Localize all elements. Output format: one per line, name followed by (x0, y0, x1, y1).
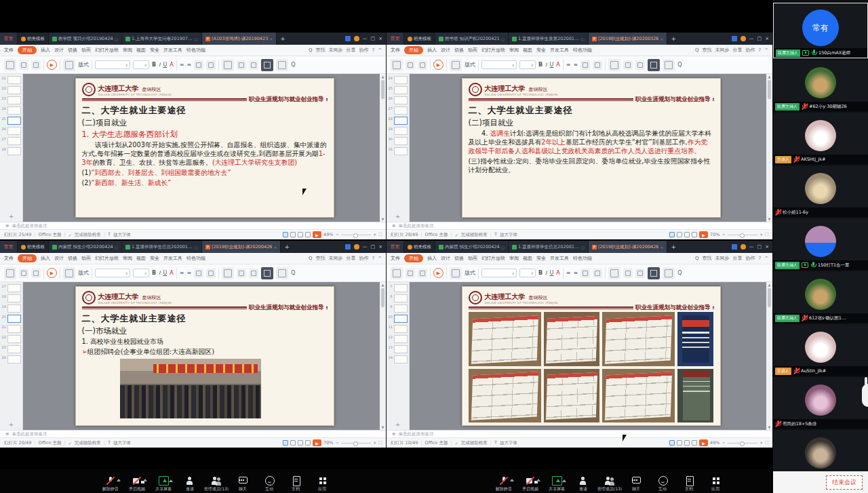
paste-button[interactable] (391, 59, 403, 71)
insert-picture-button[interactable] (608, 267, 620, 279)
file-menu[interactable]: 文件 (4, 47, 14, 54)
fit-slide-icon[interactable]: ⛶ (765, 232, 768, 237)
ribbon-tab[interactable]: 设计 (54, 47, 64, 54)
insert-shape-button[interactable] (237, 269, 246, 278)
italic-button[interactable]: I (545, 62, 547, 68)
tab-document-2[interactable]: 1.直播班级学生信息20200101○ (509, 241, 589, 253)
play-from-current-button[interactable]: ▶ (47, 268, 57, 278)
ribbon-tab[interactable]: 插入 (41, 255, 50, 262)
accessibility-check[interactable]: 完成辅助检查 (461, 232, 488, 238)
ribbon-tab[interactable]: 动画 (81, 255, 91, 262)
zoom-slider[interactable] (728, 235, 757, 235)
meeting-toolbar-button[interactable]: 邀请 (180, 476, 200, 492)
slide-thumbnail[interactable]: 26 (389, 96, 408, 104)
font-family-select[interactable]: ∨ (95, 269, 130, 277)
share-button[interactable]: 分享 (346, 47, 355, 54)
participant-video-tile[interactable]: 有尚的18+5条排 (773, 377, 868, 429)
align-left-button[interactable]: ≡ (180, 62, 184, 68)
new-tab-button[interactable]: + (667, 241, 679, 253)
zoom-out-icon[interactable]: − (336, 232, 339, 237)
meeting-toolbar-button[interactable]: 文档 (285, 476, 306, 492)
slide-sorter-icon[interactable] (290, 232, 296, 237)
layout-dropdown[interactable]: 版式 (78, 61, 89, 68)
zoom-level[interactable]: 70% (710, 232, 719, 237)
underline-button[interactable]: U (549, 270, 553, 276)
maximize-button[interactable]: □ (757, 36, 762, 41)
slide-thumbnail[interactable]: 22 (2, 86, 21, 94)
normal-view-icon[interactable] (669, 440, 675, 446)
slide-thumbnail[interactable]: 18 (2, 294, 21, 302)
ribbon-tab[interactable]: 视图 (523, 255, 532, 262)
italic-button[interactable]: I (159, 62, 160, 68)
new-slide-button[interactable] (450, 59, 462, 71)
ribbon-tab[interactable]: 设计 (441, 47, 450, 54)
minimize-button[interactable]: — (749, 244, 754, 250)
meeting-toolbar-button[interactable]: 共享屏幕 (153, 476, 174, 492)
slideshow-view-icon[interactable] (305, 232, 311, 237)
font-size-select[interactable]: ∨ (133, 60, 149, 69)
insert-shape-button[interactable] (237, 60, 246, 70)
find-button[interactable]: Q (291, 62, 295, 68)
zoom-in-icon[interactable]: + (373, 232, 376, 237)
meeting-toolbar-button[interactable]: 解除静音 (100, 476, 121, 492)
slide-thumbnail[interactable]: 23 (2, 345, 21, 353)
enlarge-font-label[interactable]: 放大字体 (113, 440, 131, 446)
account-avatar[interactable] (354, 36, 359, 41)
tab-pin-icon[interactable]: ○ (195, 245, 198, 250)
comment-button[interactable] (276, 59, 288, 71)
ribbon-tab[interactable]: 设计 (441, 255, 450, 262)
accessibility-check[interactable]: 完成辅助检查 (461, 440, 488, 446)
tab-pin-icon[interactable]: ○ (501, 37, 505, 41)
slide-thumbnail[interactable]: 8 (389, 294, 408, 302)
tab-document-1[interactable]: 内蒙院 招生介绍20200424○ (435, 241, 509, 253)
scrollbar-thumb[interactable] (768, 288, 771, 307)
tab-docer-store[interactable]: 稻壳模板 (404, 241, 435, 253)
underline-button[interactable]: U (163, 270, 167, 276)
tab-document-2[interactable]: 1.直播班级学生信息20200101○ (122, 241, 202, 253)
scroll-down-icon[interactable]: ▼ (768, 217, 771, 221)
collapse-ribbon-icon[interactable]: ^ (764, 47, 768, 53)
tab-document-active[interactable]: P[2019职业规划]-课20200326× (589, 33, 668, 45)
meeting-toolbar-button[interactable]: 共享屏幕 (547, 476, 567, 492)
insert-textbox-button[interactable] (249, 269, 258, 278)
scroll-up-icon[interactable]: ▲ (768, 75, 771, 79)
add-slide-button[interactable]: + (9, 213, 14, 220)
fit-slide-icon[interactable]: ⛶ (378, 232, 382, 237)
presenter-view-button[interactable] (261, 59, 273, 71)
tab-pin-icon[interactable]: ○ (115, 245, 118, 250)
slide-thumbnail[interactable]: 24 (2, 106, 21, 115)
ribbon-tab[interactable]: 审阅 (123, 47, 132, 54)
cut-button[interactable] (19, 269, 28, 278)
slide-sorter-icon[interactable] (677, 440, 682, 446)
scroll-down-icon[interactable]: ▼ (768, 425, 771, 429)
accessibility-check[interactable]: 完成辅助检查 (75, 232, 101, 238)
slide-canvas-area[interactable]: 大连理工大学 盘锦校区 DALIAN UNIVERSITY OF TECHNOL… (23, 74, 386, 222)
tab-document-2[interactable]: 1.直播班级学生质量20200101○ (509, 33, 589, 45)
bold-button[interactable]: B (538, 270, 542, 276)
participant-video-tile[interactable]: 常有 联席主持人 150白mAX老师 (773, 3, 868, 58)
close-button[interactable]: × (378, 36, 382, 41)
ribbon-tab[interactable]: 特色功能 (573, 47, 592, 54)
slideshow-view-icon[interactable] (692, 440, 697, 446)
notes-bar[interactable]: ≣单击此处添加备注 (387, 430, 772, 437)
line-spacing-button[interactable] (593, 60, 602, 70)
meeting-toolbar-button[interactable]: 聊天 (626, 476, 646, 492)
presenter-view-button[interactable] (648, 59, 660, 71)
account-avatar[interactable] (354, 244, 359, 250)
add-slide-button[interactable]: + (9, 421, 14, 428)
normal-view-icon[interactable] (669, 232, 675, 237)
account-avatar[interactable] (741, 36, 746, 41)
meeting-toolbar-button[interactable]: 邀请 (573, 476, 593, 492)
insert-textbox-button[interactable] (635, 269, 645, 278)
ribbon-tab[interactable]: 幻灯片放映 (481, 47, 505, 54)
tab-home[interactable]: 首页 (387, 241, 404, 253)
scrollbar-thumb[interactable] (381, 288, 384, 307)
cut-button[interactable] (406, 60, 415, 70)
meeting-toolbar-button[interactable]: 开启视频 (520, 476, 540, 492)
tab-document-2[interactable]: 1.上海市大学生问卷20190721○ (122, 33, 202, 45)
workspace-icon[interactable] (732, 244, 737, 250)
find-label[interactable]: 查找 (702, 255, 711, 262)
paste-button[interactable] (391, 267, 403, 279)
meeting-toolbar-button[interactable]: 解除静音 (494, 476, 514, 492)
enlarge-font-label[interactable]: 放大字体 (500, 232, 517, 238)
